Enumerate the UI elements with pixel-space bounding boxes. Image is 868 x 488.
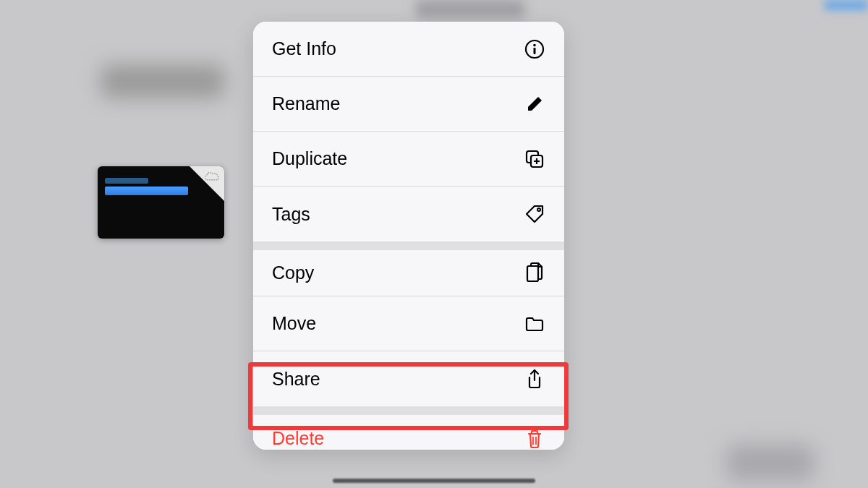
menu-item-delete[interactable]: Delete [253, 406, 564, 450]
status-bar-fragment [825, 0, 868, 10]
menu-label: Delete [272, 428, 324, 449]
pencil-icon [524, 93, 545, 115]
menu-label: Rename [272, 93, 341, 114]
duplicate-icon [524, 148, 545, 170]
tag-icon [524, 203, 545, 225]
thumbnail-waveform [105, 187, 188, 195]
menu-item-share[interactable]: Share [253, 351, 564, 406]
menu-label: Move [272, 313, 316, 334]
home-indicator [333, 479, 535, 483]
blurred-title-area [416, 0, 524, 18]
trash-icon [524, 428, 545, 450]
cloud-icon [204, 171, 220, 182]
folder-icon [524, 313, 545, 335]
blurred-button [727, 445, 814, 481]
menu-label: Tags [272, 204, 310, 225]
menu-item-duplicate[interactable]: Duplicate [253, 132, 564, 187]
copy-icon [524, 262, 545, 284]
menu-label: Copy [272, 262, 314, 283]
menu-item-move[interactable]: Move [253, 296, 564, 351]
svg-point-1 [533, 43, 536, 46]
menu-item-tags[interactable]: Tags [253, 187, 564, 241]
context-menu: Get Info Rename Duplicate Tags Copy [253, 22, 564, 450]
thumbnail-detail [105, 178, 148, 184]
menu-item-get-info[interactable]: Get Info [253, 22, 564, 77]
blurred-item-label [101, 65, 224, 98]
svg-rect-2 [534, 48, 536, 54]
menu-item-rename[interactable]: Rename [253, 77, 564, 132]
info-icon [524, 38, 545, 60]
menu-item-copy[interactable]: Copy [253, 241, 564, 296]
svg-point-7 [537, 208, 540, 211]
file-thumbnail[interactable] [98, 166, 224, 239]
menu-label: Share [272, 369, 320, 390]
share-icon [524, 368, 545, 390]
menu-label: Duplicate [272, 148, 347, 169]
menu-label: Get Info [272, 38, 336, 59]
